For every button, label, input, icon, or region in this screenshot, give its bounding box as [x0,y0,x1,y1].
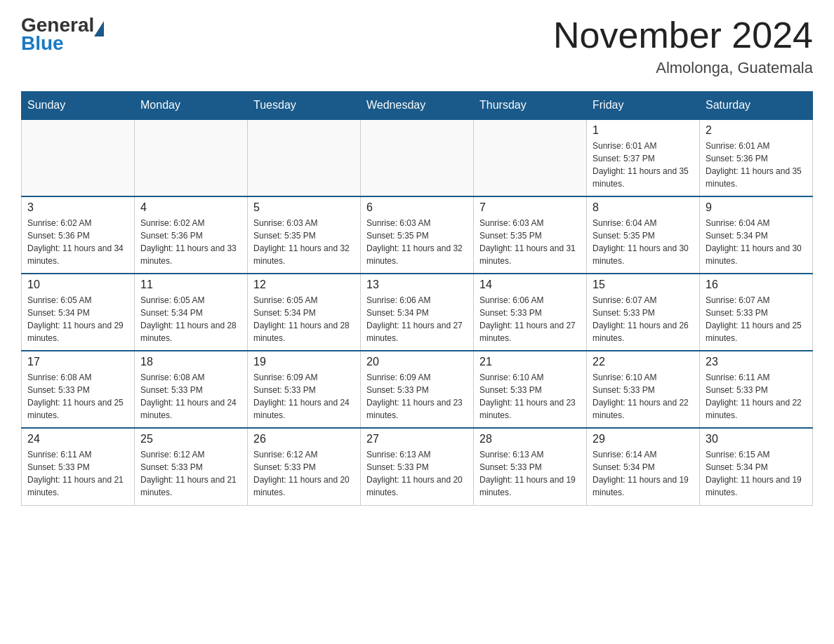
day-info: Sunrise: 6:03 AM Sunset: 5:35 PM Dayligh… [479,217,581,267]
day-number: 23 [706,356,807,368]
calendar-cell: 5Sunrise: 6:03 AM Sunset: 5:35 PM Daylig… [248,196,361,274]
day-info: Sunrise: 6:05 AM Sunset: 5:34 PM Dayligh… [140,294,241,344]
day-number: 14 [479,279,581,291]
day-info: Sunrise: 6:10 AM Sunset: 5:33 PM Dayligh… [479,371,581,422]
calendar-cell: 21Sunrise: 6:10 AM Sunset: 5:33 PM Dayli… [474,351,587,428]
header-day-thursday: Thursday [474,92,587,120]
calendar-cell [22,119,135,196]
day-number: 9 [706,201,807,214]
day-number: 25 [140,433,241,445]
day-number: 28 [479,433,581,445]
day-number: 8 [593,201,694,214]
calendar-cell: 29Sunrise: 6:14 AM Sunset: 5:34 PM Dayli… [587,428,700,505]
week-row-5: 24Sunrise: 6:11 AM Sunset: 5:33 PM Dayli… [22,428,813,505]
calendar-cell: 1Sunrise: 6:01 AM Sunset: 5:37 PM Daylig… [587,119,700,196]
header-day-tuesday: Tuesday [248,92,361,120]
title-area: November 2024 Almolonga, Guatemala [553,14,813,77]
calendar-cell: 14Sunrise: 6:06 AM Sunset: 5:33 PM Dayli… [474,274,587,351]
day-number: 19 [253,356,355,368]
calendar-cell: 16Sunrise: 6:07 AM Sunset: 5:33 PM Dayli… [700,274,813,351]
day-info: Sunrise: 6:07 AM Sunset: 5:33 PM Dayligh… [593,294,694,344]
calendar-cell [361,119,474,196]
day-info: Sunrise: 6:05 AM Sunset: 5:34 PM Dayligh… [253,294,355,344]
calendar-cell: 24Sunrise: 6:11 AM Sunset: 5:33 PM Dayli… [22,428,135,505]
day-info: Sunrise: 6:14 AM Sunset: 5:34 PM Dayligh… [593,448,694,499]
calendar-cell: 2Sunrise: 6:01 AM Sunset: 5:36 PM Daylig… [700,119,813,196]
location-subtitle: Almolonga, Guatemala [553,59,813,77]
calendar-cell: 6Sunrise: 6:03 AM Sunset: 5:35 PM Daylig… [361,196,474,274]
day-info: Sunrise: 6:03 AM Sunset: 5:35 PM Dayligh… [253,217,355,267]
calendar-cell: 7Sunrise: 6:03 AM Sunset: 5:35 PM Daylig… [474,196,587,274]
day-info: Sunrise: 6:09 AM Sunset: 5:33 PM Dayligh… [253,371,355,422]
month-title: November 2024 [553,14,813,56]
day-number: 4 [140,201,241,214]
day-number: 3 [27,201,128,214]
week-row-2: 3Sunrise: 6:02 AM Sunset: 5:36 PM Daylig… [22,196,813,274]
day-info: Sunrise: 6:12 AM Sunset: 5:33 PM Dayligh… [140,448,241,499]
calendar-cell [474,119,587,196]
calendar-cell: 26Sunrise: 6:12 AM Sunset: 5:33 PM Dayli… [248,428,361,505]
day-info: Sunrise: 6:06 AM Sunset: 5:34 PM Dayligh… [366,294,468,344]
week-row-3: 10Sunrise: 6:05 AM Sunset: 5:34 PM Dayli… [22,274,813,351]
day-info: Sunrise: 6:05 AM Sunset: 5:34 PM Dayligh… [27,294,128,344]
day-number: 17 [27,356,128,368]
day-number: 7 [479,201,581,214]
day-info: Sunrise: 6:02 AM Sunset: 5:36 PM Dayligh… [140,217,241,267]
calendar-cell: 3Sunrise: 6:02 AM Sunset: 5:36 PM Daylig… [22,196,135,274]
calendar-cell: 10Sunrise: 6:05 AM Sunset: 5:34 PM Dayli… [22,274,135,351]
day-info: Sunrise: 6:04 AM Sunset: 5:35 PM Dayligh… [593,217,694,267]
header: General Blue November 2024 Almolonga, Gu… [21,14,813,77]
calendar-cell: 22Sunrise: 6:10 AM Sunset: 5:33 PM Dayli… [587,351,700,428]
calendar-cell: 25Sunrise: 6:12 AM Sunset: 5:33 PM Dayli… [135,428,248,505]
day-info: Sunrise: 6:08 AM Sunset: 5:33 PM Dayligh… [140,371,241,422]
day-number: 5 [253,201,355,214]
logo-blue-text: Blue [21,32,104,55]
calendar-cell: 17Sunrise: 6:08 AM Sunset: 5:33 PM Dayli… [22,351,135,428]
calendar-cell: 8Sunrise: 6:04 AM Sunset: 5:35 PM Daylig… [587,196,700,274]
calendar-cell: 20Sunrise: 6:09 AM Sunset: 5:33 PM Dayli… [361,351,474,428]
day-number: 27 [366,433,468,445]
day-number: 29 [593,433,694,445]
day-info: Sunrise: 6:01 AM Sunset: 5:37 PM Dayligh… [593,140,694,190]
calendar-cell: 12Sunrise: 6:05 AM Sunset: 5:34 PM Dayli… [248,274,361,351]
header-day-wednesday: Wednesday [361,92,474,120]
day-info: Sunrise: 6:02 AM Sunset: 5:36 PM Dayligh… [27,217,128,267]
logo: General Blue [21,14,104,55]
calendar-cell: 30Sunrise: 6:15 AM Sunset: 5:34 PM Dayli… [700,428,813,505]
day-info: Sunrise: 6:11 AM Sunset: 5:33 PM Dayligh… [706,371,807,422]
header-day-monday: Monday [135,92,248,120]
day-info: Sunrise: 6:01 AM Sunset: 5:36 PM Dayligh… [706,140,807,190]
calendar-cell: 11Sunrise: 6:05 AM Sunset: 5:34 PM Dayli… [135,274,248,351]
day-number: 30 [706,433,807,445]
day-info: Sunrise: 6:13 AM Sunset: 5:33 PM Dayligh… [479,448,581,499]
day-info: Sunrise: 6:03 AM Sunset: 5:35 PM Dayligh… [366,217,468,267]
day-info: Sunrise: 6:07 AM Sunset: 5:33 PM Dayligh… [706,294,807,344]
week-row-1: 1Sunrise: 6:01 AM Sunset: 5:37 PM Daylig… [22,119,813,196]
header-day-sunday: Sunday [22,92,135,120]
day-number: 6 [366,201,468,214]
day-info: Sunrise: 6:04 AM Sunset: 5:34 PM Dayligh… [706,217,807,267]
day-number: 20 [366,356,468,368]
header-day-saturday: Saturday [700,92,813,120]
calendar-cell: 23Sunrise: 6:11 AM Sunset: 5:33 PM Dayli… [700,351,813,428]
calendar-cell [135,119,248,196]
day-number: 1 [593,124,694,137]
day-number: 18 [140,356,241,368]
calendar-cell: 13Sunrise: 6:06 AM Sunset: 5:34 PM Dayli… [361,274,474,351]
day-number: 12 [253,279,355,291]
day-info: Sunrise: 6:06 AM Sunset: 5:33 PM Dayligh… [479,294,581,344]
day-info: Sunrise: 6:13 AM Sunset: 5:33 PM Dayligh… [366,448,468,499]
calendar-cell: 4Sunrise: 6:02 AM Sunset: 5:36 PM Daylig… [135,196,248,274]
day-number: 16 [706,279,807,291]
header-row: SundayMondayTuesdayWednesdayThursdayFrid… [22,92,813,120]
day-number: 10 [27,279,128,291]
calendar-table: SundayMondayTuesdayWednesdayThursdayFrid… [21,91,813,506]
day-info: Sunrise: 6:10 AM Sunset: 5:33 PM Dayligh… [593,371,694,422]
day-number: 2 [706,124,807,137]
day-info: Sunrise: 6:15 AM Sunset: 5:34 PM Dayligh… [706,448,807,499]
calendar-header: SundayMondayTuesdayWednesdayThursdayFrid… [22,92,813,120]
day-info: Sunrise: 6:08 AM Sunset: 5:33 PM Dayligh… [27,371,128,422]
day-info: Sunrise: 6:11 AM Sunset: 5:33 PM Dayligh… [27,448,128,499]
day-number: 15 [593,279,694,291]
calendar-cell: 19Sunrise: 6:09 AM Sunset: 5:33 PM Dayli… [248,351,361,428]
